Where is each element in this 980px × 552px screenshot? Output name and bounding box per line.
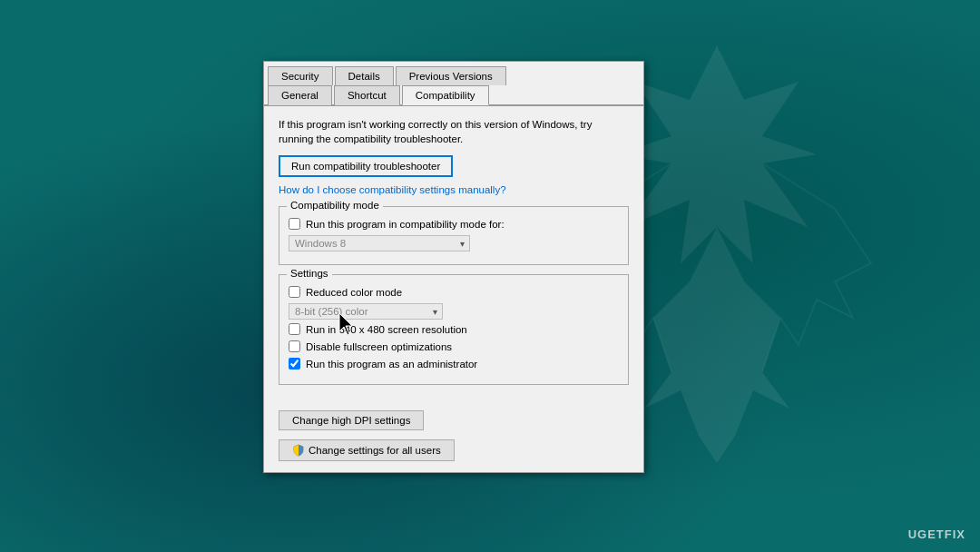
tab-compatibility[interactable]: Compatibility: [402, 85, 489, 105]
run-as-admin-checkbox[interactable]: [289, 358, 300, 370]
footer-bottom: Change settings for all users: [279, 439, 629, 461]
reduced-color-label: Reduced color mode: [306, 287, 402, 298]
intro-text: If this program isn't working correctly …: [279, 117, 629, 146]
tab-row-1: Security Details Previous Versions: [264, 62, 643, 84]
tab-shortcut[interactable]: Shortcut: [334, 85, 400, 105]
windows-version-dropdown[interactable]: Windows 8: [289, 235, 470, 251]
resolution-640-row[interactable]: Run in 640 x 480 screen resolution: [289, 323, 619, 335]
tab-previous-versions[interactable]: Previous Versions: [396, 66, 506, 85]
compat-mode-checkbox-row[interactable]: Run this program in compatibility mode f…: [289, 218, 619, 230]
watermark: UGETFIX: [908, 527, 965, 541]
tab-general[interactable]: General: [268, 85, 332, 105]
settings-group-label: Settings: [287, 268, 332, 279]
run-as-admin-row[interactable]: Run this program as an administrator: [289, 358, 619, 370]
tab-details[interactable]: Details: [335, 66, 394, 85]
compatibility-mode-group: Compatibility mode Run this program in c…: [279, 206, 629, 265]
uac-shield-icon: [292, 444, 305, 457]
windows-version-dropdown-wrapper: Windows 8: [289, 235, 470, 251]
tab-bar: Security Details Previous Versions Gener…: [264, 62, 643, 106]
tab-row-2: General Shortcut Compatibility: [264, 84, 643, 104]
compatibility-mode-label: Compatibility mode: [287, 200, 383, 211]
color-mode-dropdown[interactable]: 8-bit (256) color: [289, 303, 443, 320]
settings-group: Settings Reduced color mode 8-bit (256) …: [279, 274, 629, 385]
compat-mode-checkbox-label: Run this program in compatibility mode f…: [306, 219, 505, 230]
disable-fullscreen-checkbox[interactable]: [289, 340, 300, 352]
all-users-button-label: Change settings for all users: [309, 445, 441, 456]
manual-link[interactable]: How do I choose compatibility settings m…: [279, 184, 629, 195]
dialog-content: If this program isn't working correctly …: [264, 106, 643, 405]
properties-dialog: Security Details Previous Versions Gener…: [263, 61, 644, 473]
compat-mode-checkbox[interactable]: [289, 218, 300, 230]
reduced-color-checkbox[interactable]: [289, 286, 300, 298]
change-dpi-button[interactable]: Change high DPI settings: [279, 410, 424, 430]
resolution-640-label: Run in 640 x 480 screen resolution: [306, 324, 467, 335]
reduced-color-row[interactable]: Reduced color mode: [289, 286, 619, 298]
run-as-admin-label: Run this program as an administrator: [306, 359, 477, 370]
disable-fullscreen-label: Disable fullscreen optimizations: [306, 341, 452, 352]
run-troubleshooter-button[interactable]: Run compatibility troubleshooter: [279, 155, 453, 177]
disable-fullscreen-row[interactable]: Disable fullscreen optimizations: [289, 340, 619, 352]
color-mode-dropdown-wrapper: 8-bit (256) color: [289, 303, 443, 320]
tab-security[interactable]: Security: [268, 66, 333, 85]
dialog-footer: Change high DPI settings Change settings…: [264, 405, 643, 472]
resolution-640-checkbox[interactable]: [289, 323, 300, 335]
change-all-users-button[interactable]: Change settings for all users: [279, 439, 455, 461]
